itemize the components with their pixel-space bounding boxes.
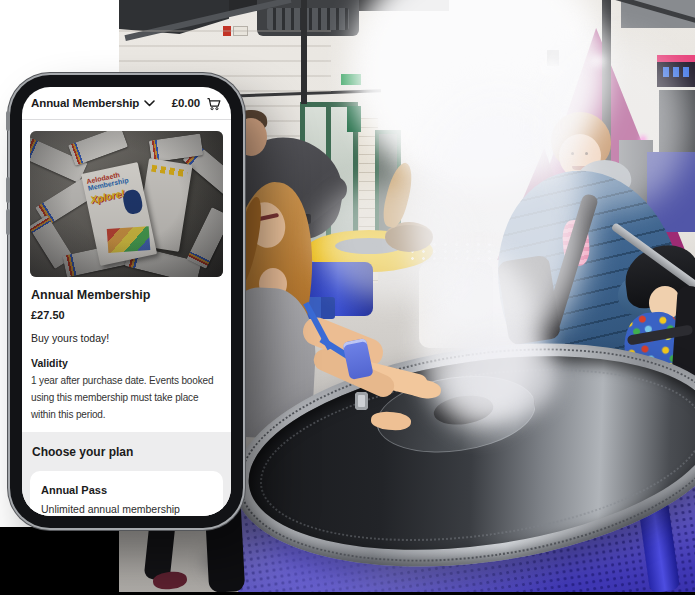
product-price: £27.50 [31, 309, 222, 321]
product-info: Annual Membership £27.50 Buy yours today… [22, 277, 231, 423]
phone-mockup: Annual Membership £0.00 [10, 75, 243, 528]
cart-button[interactable]: £0.00 [172, 95, 222, 112]
product-title: Annual Membership [31, 288, 222, 302]
product-image: Aelodaeth Membership Xplore! [30, 131, 223, 277]
app-header: Annual Membership £0.00 [22, 87, 231, 119]
phone-volume-up [6, 177, 10, 203]
validity-body: 1 year after purchase date. Events booke… [31, 372, 222, 423]
product-selector-label: Annual Membership [31, 97, 139, 109]
product-selector[interactable]: Annual Membership [31, 97, 155, 109]
validity-heading: Validity [31, 357, 222, 369]
steam-drift-right [539, 40, 689, 210]
plan-option-annual-pass[interactable]: Annual Pass Unlimited annual membership [30, 471, 223, 516]
phone-silent-switch [6, 111, 10, 131]
wrist-watch [355, 392, 368, 410]
chevron-down-icon [144, 100, 155, 107]
phone-volume-down [6, 209, 10, 235]
cart-total: £0.00 [172, 97, 200, 109]
shopping-cart-icon [205, 95, 222, 112]
plan-section-heading: Choose your plan [32, 445, 223, 459]
pipe-vertical-left [301, 0, 307, 104]
ac-vent [267, 8, 349, 30]
plan-section: Choose your plan Annual Pass Unlimited a… [22, 432, 231, 516]
steam-drift-left [319, 180, 469, 300]
phone-screen: Annual Membership £0.00 [22, 87, 231, 516]
product-tagline: Buy yours today! [31, 332, 222, 344]
image-vignette [30, 131, 223, 277]
plan-description: Unlimited annual membership [41, 503, 212, 515]
plan-name: Annual Pass [41, 484, 212, 496]
steam-at-hole [449, 330, 559, 420]
page: Annual Membership £0.00 [0, 0, 695, 595]
header-divider [22, 119, 231, 120]
